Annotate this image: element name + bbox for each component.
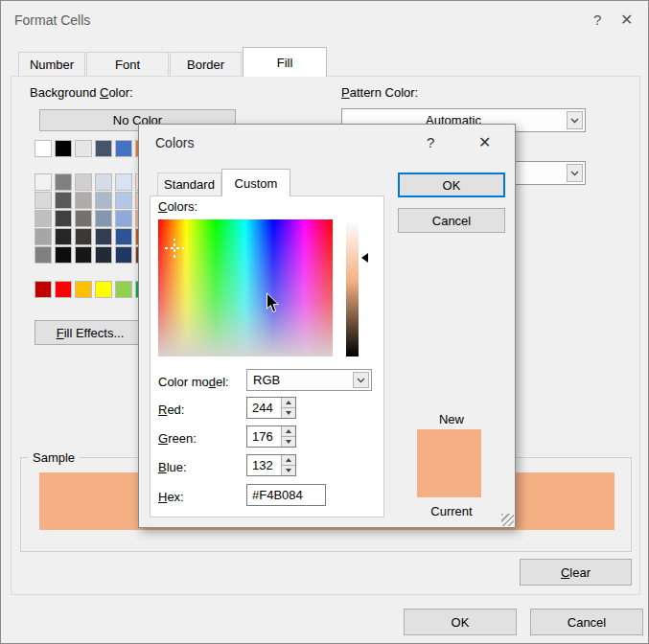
spectrum-selection-marker <box>165 239 184 258</box>
palette-swatch[interactable] <box>95 173 112 191</box>
tab-standard-label: Standard <box>164 177 215 192</box>
green-spinner[interactable] <box>246 426 296 448</box>
tab-border[interactable]: Border <box>170 52 242 76</box>
resize-grip[interactable] <box>501 514 514 526</box>
palette-swatch[interactable] <box>75 173 92 191</box>
palette-swatch[interactable] <box>35 246 52 264</box>
format-cells-cancel-button[interactable]: Cancel <box>530 609 643 635</box>
tab-font[interactable]: Font <box>86 52 169 76</box>
palette-swatch[interactable] <box>35 140 52 157</box>
help-button[interactable]: ? <box>427 134 434 150</box>
dropdown-arrow-icon[interactable] <box>353 372 369 388</box>
tab-number[interactable]: Number <box>18 52 85 76</box>
palette-swatch[interactable] <box>55 228 72 245</box>
background-color-label: Background Color: <box>30 85 133 100</box>
dropdown-arrow-icon[interactable] <box>567 164 583 182</box>
pattern-color-label: Pattern Color: <box>341 85 418 100</box>
color-spectrum[interactable] <box>158 219 333 356</box>
red-spinner[interactable] <box>246 397 296 419</box>
palette-swatch[interactable] <box>115 173 132 191</box>
colors-dialog: Colors ? ✕ Standard Custom Colors: <box>138 124 516 528</box>
palette-shade-row <box>35 210 152 227</box>
clear-button[interactable]: Clear <box>520 559 632 586</box>
help-button[interactable]: ? <box>593 12 601 28</box>
luminance-slider[interactable] <box>346 219 359 356</box>
palette-swatch[interactable] <box>55 140 72 157</box>
colors-label: Colors: <box>158 199 197 214</box>
new-label: New <box>398 412 505 426</box>
palette-swatch[interactable] <box>95 228 112 245</box>
palette-swatch[interactable] <box>75 210 92 227</box>
format-cells-dialog: Format Cells ? ✕ Number Font Border Fill… <box>0 0 649 644</box>
palette-swatch[interactable] <box>55 210 72 227</box>
tab-fill-label: Fill <box>277 56 293 70</box>
palette-swatch[interactable] <box>115 246 132 264</box>
color-model-label: Color model: <box>158 375 229 389</box>
palette-shade-row <box>35 192 152 209</box>
format-cells-titlebar[interactable]: Format Cells ? ✕ <box>1 1 648 39</box>
hex-input[interactable] <box>246 484 326 506</box>
palette-swatch[interactable] <box>35 192 52 209</box>
dropdown-arrow-icon[interactable] <box>567 111 583 129</box>
palette-swatch[interactable] <box>75 228 92 245</box>
tab-number-label: Number <box>30 58 74 72</box>
palette-shade-row <box>35 173 152 191</box>
close-button[interactable]: ✕ <box>478 133 491 151</box>
green-spinner-down-button[interactable] <box>281 436 295 447</box>
red-input[interactable] <box>247 398 281 418</box>
palette-theme-row <box>35 140 152 157</box>
tab-custom[interactable]: Custom <box>221 169 290 196</box>
palette-swatch[interactable] <box>75 281 92 298</box>
palette-swatch[interactable] <box>55 246 72 264</box>
palette-standard-row <box>35 281 152 298</box>
colors-cancel-button[interactable]: Cancel <box>398 208 505 233</box>
palette-swatch[interactable] <box>115 192 132 209</box>
palette-swatch[interactable] <box>115 140 132 157</box>
palette-swatch[interactable] <box>75 246 92 264</box>
fill-effects-button-label: Fill Effects... <box>57 326 125 340</box>
red-spinner-down-button[interactable] <box>281 407 295 418</box>
palette-shade-row <box>35 228 152 245</box>
palette-swatch[interactable] <box>95 246 112 264</box>
green-spinner-up-button[interactable] <box>281 426 295 436</box>
colors-ok-button[interactable]: OK <box>398 172 505 197</box>
palette-swatch[interactable] <box>115 228 132 245</box>
blue-spinner[interactable] <box>246 454 296 476</box>
palette-swatch[interactable] <box>75 192 92 209</box>
blue-label: Blue: <box>158 460 187 474</box>
palette-swatch[interactable] <box>35 281 52 298</box>
palette-swatch[interactable] <box>55 281 72 298</box>
colors-ok-label: OK <box>443 178 461 193</box>
palette-swatch[interactable] <box>95 192 112 209</box>
palette-swatch[interactable] <box>115 281 132 298</box>
palette-swatch[interactable] <box>35 210 52 227</box>
format-cells-ok-button[interactable]: OK <box>404 609 517 635</box>
red-spinner-up-button[interactable] <box>281 398 295 407</box>
blue-spinner-up-button[interactable] <box>281 455 295 465</box>
colors-titlebar[interactable]: Colors ? ✕ <box>139 125 515 161</box>
palette-swatch[interactable] <box>75 140 92 157</box>
green-input[interactable] <box>247 426 281 447</box>
palette-swatch[interactable] <box>35 173 52 191</box>
palette-swatch[interactable] <box>95 281 112 298</box>
tab-fill[interactable]: Fill <box>243 47 327 77</box>
close-button[interactable]: ✕ <box>620 11 633 29</box>
clear-button-label: Clear <box>561 565 591 580</box>
blue-input[interactable] <box>247 455 281 475</box>
palette-swatch[interactable] <box>55 173 72 191</box>
green-label: Green: <box>158 431 197 446</box>
tab-standard[interactable]: Standard <box>157 172 221 196</box>
mouse-cursor <box>266 292 280 317</box>
blue-spinner-down-button[interactable] <box>281 465 295 475</box>
new-current-color-preview <box>417 429 481 497</box>
palette-swatch[interactable] <box>115 210 132 227</box>
color-model-select[interactable]: RGB <box>246 369 372 391</box>
palette-swatch[interactable] <box>55 192 72 209</box>
luminance-marker-icon[interactable] <box>361 253 368 263</box>
tab-font-label: Font <box>115 58 140 72</box>
current-label: Current <box>398 504 505 518</box>
fill-effects-button[interactable]: Fill Effects... <box>35 320 146 345</box>
palette-swatch[interactable] <box>95 140 112 157</box>
palette-swatch[interactable] <box>95 210 112 227</box>
palette-swatch[interactable] <box>35 228 52 245</box>
